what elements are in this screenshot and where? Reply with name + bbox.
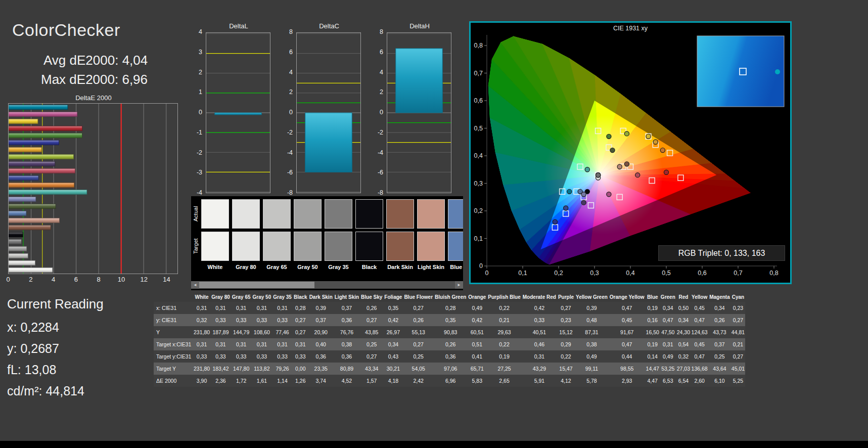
table-cell: 43,85	[360, 326, 383, 338]
table-cell: 0,21	[487, 314, 521, 326]
table-header-row: WhiteGray 80Gray 65Gray 50Gray 35BlackDa…	[154, 292, 745, 302]
table-cell: 0,33	[293, 350, 308, 363]
table-cell: 0,33	[231, 314, 252, 326]
table-cell: 0,27	[360, 314, 383, 326]
table-cell: 2,36	[210, 375, 231, 387]
table-cell: 0,47	[609, 338, 646, 350]
axis-tick-label: 0,3	[590, 270, 599, 277]
swatch-actual-gray-35[interactable]	[325, 199, 352, 229]
table-cell: 6,96	[434, 375, 467, 387]
table-cell: 65,71	[467, 363, 487, 375]
deltae-bar-black	[9, 232, 23, 237]
axis-tick-label: 8	[97, 276, 101, 283]
table-cell: 0,49	[660, 350, 676, 363]
cie-measured-blue-flower	[581, 192, 586, 197]
table-cell: 0,31	[210, 338, 231, 350]
table-row-target-x:cie31: Target x:CIE310,310,310,310,310,310,310,…	[154, 338, 745, 350]
table-cell: 27,25	[487, 363, 521, 375]
deltae-bar-moderate-red	[9, 168, 75, 173]
row-label: Y	[154, 326, 193, 338]
deltae-bar-orange-yellow	[9, 147, 41, 152]
table-cell: 0,37	[708, 338, 731, 350]
cie-measured-foliage	[610, 148, 615, 153]
swatch-target-gray-80[interactable]	[232, 232, 260, 261]
swatch-target-dark-skin[interactable]	[386, 232, 414, 261]
swatch-target-gray-35[interactable]	[325, 232, 352, 261]
table-cell: 1,14	[272, 375, 293, 387]
cie-measured-magenta	[607, 192, 611, 197]
delta-h-chart: DeltaH -8-6-4-202468	[372, 22, 453, 198]
column-header-foliage: Foliage	[383, 292, 403, 302]
swatch-target-gray-50[interactable]	[294, 232, 322, 261]
swatch-actual-black[interactable]	[355, 199, 383, 229]
table-cell: 23,35	[308, 363, 334, 375]
column-header-gray-65: Gray 65	[231, 292, 252, 302]
table-cell: 47,50	[660, 326, 676, 338]
rgb-triplet-readout: RGB Triplet: 0, 133, 163	[658, 245, 785, 261]
column-header-dark-skin: Dark Skin	[308, 292, 334, 302]
deltae-bar-purple	[9, 161, 55, 166]
table-cell: 0,33	[210, 350, 231, 363]
table-cell: 0,45	[691, 338, 708, 350]
table-cell: 6,10	[708, 375, 731, 387]
swatch-scrollbar[interactable]: ◄ ►	[191, 281, 463, 289]
swatch-actual-white[interactable]	[201, 199, 229, 229]
table-cell: 0,34	[676, 314, 691, 326]
scrollbar-thumb[interactable]	[199, 282, 314, 288]
deltae-bar-white	[9, 267, 53, 272]
axis-tick-label: 0,8	[474, 42, 483, 49]
table-cell: 0,31	[293, 338, 308, 350]
axis-tick-label: 6	[380, 49, 383, 56]
table-cell: 97,06	[434, 363, 467, 375]
table-cell: 0,33	[193, 350, 210, 363]
swatch-target-black[interactable]	[355, 232, 383, 261]
table-cell: 0,36	[334, 350, 360, 363]
swatch-target-gray-65[interactable]	[263, 232, 291, 261]
table-cell: 0,39	[308, 302, 334, 314]
table-cell: 0,26	[434, 338, 467, 350]
axis-tick-label: 0,4	[626, 270, 634, 277]
table-cell: 0,33	[231, 350, 252, 363]
table-cell: 0,22	[487, 338, 521, 350]
table-cell: 0,14	[646, 350, 660, 363]
table-cell: 1,61	[252, 375, 272, 387]
table-cell: 0,33	[272, 314, 293, 326]
axis-tick-label: 0,3	[474, 180, 483, 187]
column-header-purplish-blue: Purplish Blue	[487, 292, 521, 302]
delta-c-plot	[296, 32, 361, 193]
table-cell: 44,81	[731, 326, 745, 338]
swatch-actual-light-skin[interactable]	[417, 199, 445, 229]
deltae-bar-red	[9, 126, 82, 130]
swatch-actual-dark-skin[interactable]	[386, 199, 414, 229]
column-header-black: Black	[293, 292, 308, 302]
reading-y: y: 0,2687	[7, 341, 159, 356]
table-cell: 0,33	[522, 314, 557, 326]
axis-tick-label: -2	[378, 129, 383, 136]
delta-bar	[215, 113, 262, 115]
swatch-target-blue-sky[interactable]	[448, 232, 463, 261]
table-cell: 24,30	[676, 326, 691, 338]
scroll-right-icon[interactable]: ►	[455, 281, 463, 289]
axis-tick-label: -4	[287, 149, 293, 156]
table-cell: 15,47	[557, 363, 575, 375]
column-header-cyan: Cyan	[731, 292, 745, 302]
table-cell: 0,31	[522, 350, 557, 363]
swatch-label: Light Skin	[416, 264, 446, 270]
swatch-actual-gray-50[interactable]	[294, 199, 322, 229]
table-corner-cell	[154, 292, 193, 302]
scroll-left-icon[interactable]: ◄	[191, 281, 199, 289]
swatch-actual-gray-80[interactable]	[232, 199, 260, 229]
swatch-target-white[interactable]	[201, 232, 229, 261]
delta-c-title: DeltaC	[296, 22, 362, 32]
bottom-bar	[0, 441, 868, 448]
swatch-actual-gray-65[interactable]	[263, 199, 291, 229]
delta-h-y-axis: -8-6-4-202468	[372, 32, 385, 194]
swatch-actual-blue-sky[interactable]	[448, 199, 463, 229]
table-row-x:-cie31: x: CIE310,310,310,310,310,310,280,390,37…	[154, 302, 745, 314]
column-header-yellow: Yellow	[691, 292, 708, 302]
swatch-target-light-skin[interactable]	[417, 232, 445, 261]
table-cell: 0,31	[210, 302, 231, 314]
table-cell: 0,33	[210, 314, 231, 326]
column-header-blue-sky: Blue Sky	[360, 292, 383, 302]
deltae-bar-foliage	[9, 204, 56, 208]
